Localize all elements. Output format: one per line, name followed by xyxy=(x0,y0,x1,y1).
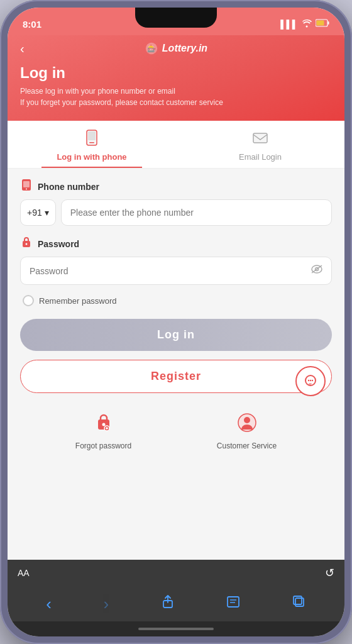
svg-rect-7 xyxy=(88,131,96,140)
svg-rect-2 xyxy=(317,21,324,26)
nav-bookmarks-button[interactable] xyxy=(226,595,240,613)
country-code-selector[interactable]: +91 ▾ xyxy=(20,199,56,226)
form-area: Phone number +91 ▾ xyxy=(8,179,344,460)
header-title: Log in xyxy=(20,64,332,82)
svg-rect-10 xyxy=(23,181,30,187)
notch xyxy=(135,8,217,28)
signal-icon: ▌▌▌ xyxy=(280,19,298,29)
password-field-icon xyxy=(20,236,33,252)
svg-point-13 xyxy=(26,243,28,245)
forgot-password-label: Forgot password xyxy=(75,441,131,450)
back-button[interactable]: ‹ xyxy=(20,42,25,56)
phone-number-input[interactable] xyxy=(61,199,332,226)
phone-tab-icon xyxy=(84,130,100,150)
logo-area: 🎰 Lottery.in xyxy=(145,42,207,55)
home-indicator xyxy=(8,621,344,636)
status-icons: ▌▌▌ xyxy=(280,19,329,30)
battery-icon xyxy=(316,19,329,29)
phone-field-icon xyxy=(20,179,33,194)
nav-share-button[interactable] xyxy=(161,595,175,613)
content-area: Log in with phone Email Login xyxy=(8,121,344,560)
wifi-icon xyxy=(302,19,312,30)
svg-rect-8 xyxy=(253,133,267,143)
email-tab-icon xyxy=(252,130,268,150)
refresh-button[interactable]: ↺ xyxy=(325,566,334,580)
password-field-label: Password xyxy=(20,236,332,252)
phone-field-label: Phone number xyxy=(20,179,332,194)
logo-text: Lottery.in xyxy=(162,43,207,54)
chat-bubble-button[interactable] xyxy=(295,366,326,396)
remember-password-checkbox[interactable] xyxy=(23,295,34,306)
customer-service-item[interactable]: Customer Service xyxy=(217,412,277,450)
password-input-row xyxy=(20,257,332,285)
nav-forward-button[interactable]: › xyxy=(103,594,109,614)
dropdown-chevron-icon: ▾ xyxy=(45,208,49,218)
header: ‹ 🎰 Lottery.in Log in Please log in with… xyxy=(8,35,344,121)
svg-rect-6 xyxy=(89,142,94,143)
forgot-password-item[interactable]: Forgot password xyxy=(75,412,131,450)
header-nav: ‹ 🎰 Lottery.in xyxy=(20,42,332,55)
phone-tab-label: Log in with phone xyxy=(57,152,126,162)
svg-point-23 xyxy=(244,417,250,423)
svg-point-18 xyxy=(102,423,105,426)
forgot-password-icon xyxy=(93,412,114,438)
remember-password-row: Remember password xyxy=(20,295,332,306)
password-input[interactable] xyxy=(21,258,302,284)
svg-rect-29 xyxy=(228,597,239,607)
logo-icon: 🎰 xyxy=(145,42,158,55)
customer-service-label: Customer Service xyxy=(217,441,277,450)
login-tabs: Log in with phone Email Login xyxy=(8,121,344,169)
eye-toggle-icon[interactable] xyxy=(302,257,331,284)
bottom-actions: Forgot password Customer Service xyxy=(20,406,332,460)
font-size-control[interactable]: AA xyxy=(18,568,30,578)
svg-point-25 xyxy=(308,380,309,381)
svg-point-11 xyxy=(26,189,27,190)
customer-service-icon xyxy=(236,412,258,438)
svg-point-26 xyxy=(310,380,311,381)
svg-rect-33 xyxy=(294,596,302,604)
nav-tabs-button[interactable] xyxy=(292,595,306,613)
phone-field-group: Phone number +91 ▾ xyxy=(20,179,332,226)
browser-bar: AA ↺ xyxy=(8,560,344,586)
home-bar xyxy=(138,628,214,630)
header-subtitle-1: Please log in with your phone number or … xyxy=(20,86,332,97)
password-field-group: Password xyxy=(20,236,332,285)
email-tab-label: Email Login xyxy=(239,152,282,162)
country-code-value: +91 xyxy=(27,208,42,218)
phone-screen: 8:01 ▌▌▌ ‹ 🎰 Lottery.i xyxy=(8,8,344,636)
header-subtitle-2: If you forget your password, please cont… xyxy=(20,97,332,108)
svg-point-27 xyxy=(312,380,313,381)
svg-rect-32 xyxy=(295,598,304,606)
phone-shell: 8:01 ▌▌▌ ‹ 🎰 Lottery.i xyxy=(0,0,352,644)
phone-input-row: +91 ▾ xyxy=(20,199,332,226)
svg-text:🎰: 🎰 xyxy=(147,44,156,53)
tab-email[interactable]: Email Login xyxy=(176,121,344,168)
password-label-text: Password xyxy=(38,239,79,249)
ios-nav-bar: ‹ › xyxy=(8,586,344,621)
svg-rect-1 xyxy=(328,21,329,25)
login-button[interactable]: Log in xyxy=(20,319,332,351)
nav-back-button[interactable]: ‹ xyxy=(46,594,52,614)
register-button[interactable]: Register xyxy=(20,360,332,393)
status-time: 8:01 xyxy=(23,19,41,30)
remember-password-label: Remember password xyxy=(39,296,117,306)
tab-phone[interactable]: Log in with phone xyxy=(8,121,176,168)
phone-label-text: Phone number xyxy=(38,182,99,192)
